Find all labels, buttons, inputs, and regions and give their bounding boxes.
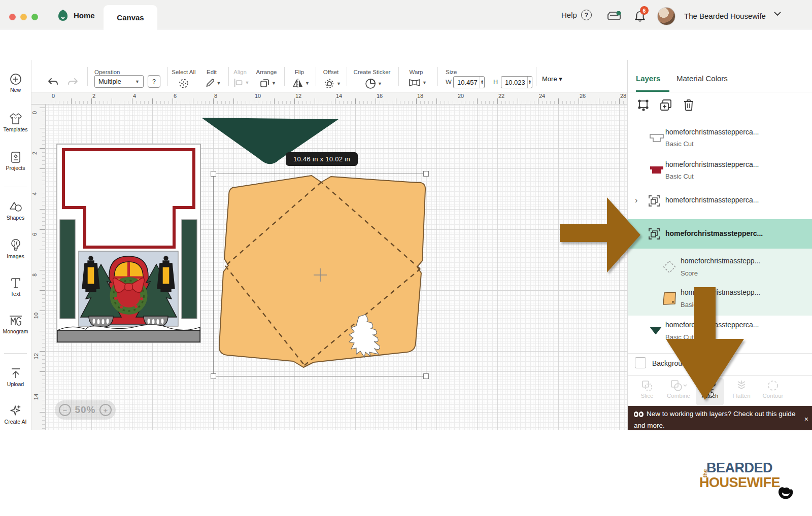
warp-icon bbox=[409, 78, 421, 87]
redo-icon[interactable] bbox=[67, 77, 79, 87]
layer-row[interactable]: homeforchristmasstepperca... Basic Cut bbox=[628, 157, 812, 184]
logo-line1: BEARDED bbox=[706, 460, 772, 476]
layer-name: homeforchristmasstepp... bbox=[681, 257, 760, 265]
zoom-in-button[interactable]: + bbox=[99, 404, 112, 416]
flip-button[interactable]: ▼ bbox=[292, 78, 310, 88]
sidebar-item-projects[interactable]: Projects bbox=[0, 151, 31, 171]
select-all-button[interactable] bbox=[179, 78, 189, 89]
tab-layers[interactable]: Layers bbox=[636, 74, 660, 83]
layer-row[interactable]: homeforchristmasstepperca... Basic Cut bbox=[628, 125, 812, 151]
tshirt-icon bbox=[9, 113, 22, 125]
close-icon[interactable]: × bbox=[804, 414, 808, 425]
sidebar-label: Shapes bbox=[0, 215, 31, 221]
close-window-button[interactable] bbox=[9, 14, 16, 20]
maximize-window-button[interactable] bbox=[31, 14, 38, 20]
zoom-control[interactable]: − 50% + bbox=[55, 400, 116, 420]
design-canvas[interactable]: 0246810121416182022242628 02468101214 bbox=[31, 92, 627, 430]
duplicate-icon[interactable] bbox=[659, 98, 672, 112]
edit-label: Edit bbox=[207, 69, 217, 75]
layer-thumb-red-shape bbox=[649, 163, 664, 177]
zoom-out-button[interactable]: − bbox=[59, 404, 71, 416]
divider bbox=[284, 67, 285, 86]
contour-button[interactable]: Contour bbox=[759, 378, 787, 399]
selection-bounding-box[interactable] bbox=[213, 174, 426, 376]
width-value: 10.457 bbox=[454, 79, 480, 86]
chevron-right-icon[interactable]: › bbox=[635, 196, 637, 205]
sidebar-item-templates[interactable]: Templates bbox=[0, 113, 31, 132]
help-button[interactable]: Help ? bbox=[561, 10, 592, 20]
layer-row[interactable]: homeforchristmasstepperca... Basic Cut bbox=[628, 317, 812, 345]
tab-home-label: Home bbox=[74, 11, 95, 20]
layer-row[interactable]: homeforchristmasstepp... Score bbox=[628, 253, 812, 281]
layer-group-row-selected[interactable]: homeforchristmasstepperc... bbox=[628, 219, 812, 249]
ruler-label: 14 bbox=[336, 93, 342, 99]
sidebar-item-create-ai[interactable]: Create AI bbox=[0, 404, 31, 425]
ruler-label: 20 bbox=[458, 93, 464, 99]
flatten-button[interactable]: Flatten bbox=[727, 378, 756, 399]
attach-button[interactable]: Attach bbox=[696, 378, 724, 405]
edit-button[interactable]: ▼ bbox=[206, 78, 221, 88]
operation-help-button[interactable]: ? bbox=[148, 75, 160, 88]
height-stepper[interactable]: ▲▼ bbox=[527, 77, 532, 88]
layer-name: homeforchristmasstepperca... bbox=[665, 196, 759, 204]
combine-button[interactable]: Combine bbox=[664, 378, 693, 399]
machine-status-icon[interactable] bbox=[607, 11, 621, 20]
layer-row[interactable]: homeforchristmasstepp... Basic Cut bbox=[628, 284, 812, 314]
sidebar-item-upload[interactable]: Upload bbox=[0, 367, 31, 387]
envelope-shape[interactable] bbox=[213, 174, 426, 376]
sidebar-label: Monogram bbox=[0, 328, 31, 334]
christmas-card-artwork[interactable] bbox=[56, 144, 201, 343]
resize-handle-se[interactable] bbox=[423, 373, 429, 379]
minimize-window-button[interactable] bbox=[20, 14, 27, 20]
tab-canvas[interactable]: Canvas bbox=[104, 5, 157, 29]
caret-down-icon: ▼ bbox=[378, 81, 382, 86]
avatar[interactable] bbox=[657, 7, 675, 25]
divider bbox=[4, 187, 27, 187]
sidebar-label: Upload bbox=[0, 381, 31, 387]
sidebar-item-images[interactable]: Images bbox=[0, 238, 31, 259]
ruler-label: 0 bbox=[52, 93, 55, 99]
group-icon[interactable] bbox=[637, 98, 650, 112]
more-button[interactable]: More ▾ bbox=[542, 75, 562, 83]
align-button[interactable]: ▼ bbox=[234, 78, 250, 87]
resize-handle-nw[interactable] bbox=[211, 171, 216, 177]
account-name[interactable]: The Bearded Housewife bbox=[684, 12, 766, 20]
balloon-icon bbox=[10, 238, 21, 252]
width-input[interactable]: 10.457 ▲▼ bbox=[453, 76, 485, 88]
divider bbox=[316, 67, 316, 86]
sidebar-item-shapes[interactable]: Shapes bbox=[0, 201, 31, 221]
logo-line2: HOUSEWIFE bbox=[699, 475, 780, 491]
resize-handle-sw[interactable] bbox=[211, 373, 216, 379]
pencil-icon bbox=[206, 78, 215, 88]
resize-handle-ne[interactable] bbox=[423, 171, 429, 177]
trash-icon[interactable] bbox=[683, 98, 695, 112]
tab-home[interactable]: Home bbox=[57, 8, 95, 22]
layer-group-row[interactable]: › homeforchristmasstepperca... bbox=[628, 193, 812, 210]
offset-button[interactable]: ▼ bbox=[324, 78, 341, 89]
height-input[interactable]: 10.023 ▲▼ bbox=[501, 76, 532, 88]
divider bbox=[347, 67, 347, 86]
operation-select[interactable]: Multiple ▼ bbox=[94, 75, 144, 88]
operation-label: Operation bbox=[94, 69, 120, 75]
window-titlebar: Home Canvas Help ? 6 The Bearded Housewi… bbox=[0, 0, 812, 29]
sidebar-item-new[interactable]: New bbox=[0, 73, 31, 93]
create-sticker-button[interactable]: ▼ bbox=[365, 78, 382, 89]
background-swatch[interactable] bbox=[635, 357, 646, 368]
arrange-button[interactable]: ▼ bbox=[260, 78, 276, 88]
sidebar-item-text[interactable]: Text bbox=[0, 277, 31, 297]
sidebar-item-monogram[interactable]: Monogram bbox=[0, 315, 31, 334]
layer-thumb-score-diamond bbox=[662, 260, 676, 274]
divider bbox=[628, 92, 812, 92]
bearded-housewife-logo: the BEARDED HOUSEWIFE bbox=[699, 459, 793, 505]
align-label: Align bbox=[233, 69, 247, 75]
warp-button[interactable]: ▼ bbox=[409, 78, 427, 87]
chevron-down-icon[interactable] bbox=[773, 11, 782, 16]
notifications-button[interactable]: 6 bbox=[634, 10, 647, 23]
width-stepper[interactable]: ▲▼ bbox=[480, 77, 484, 88]
slice-button[interactable]: Slice bbox=[633, 378, 661, 399]
tab-material-colors[interactable]: Material Colors bbox=[676, 74, 728, 83]
undo-icon[interactable] bbox=[47, 77, 59, 87]
ruler-label: 2 bbox=[31, 152, 38, 155]
project-header: Untitled Project* Save My Stuff Make bbox=[0, 29, 812, 60]
layer-type: Basic Cut bbox=[665, 173, 694, 180]
